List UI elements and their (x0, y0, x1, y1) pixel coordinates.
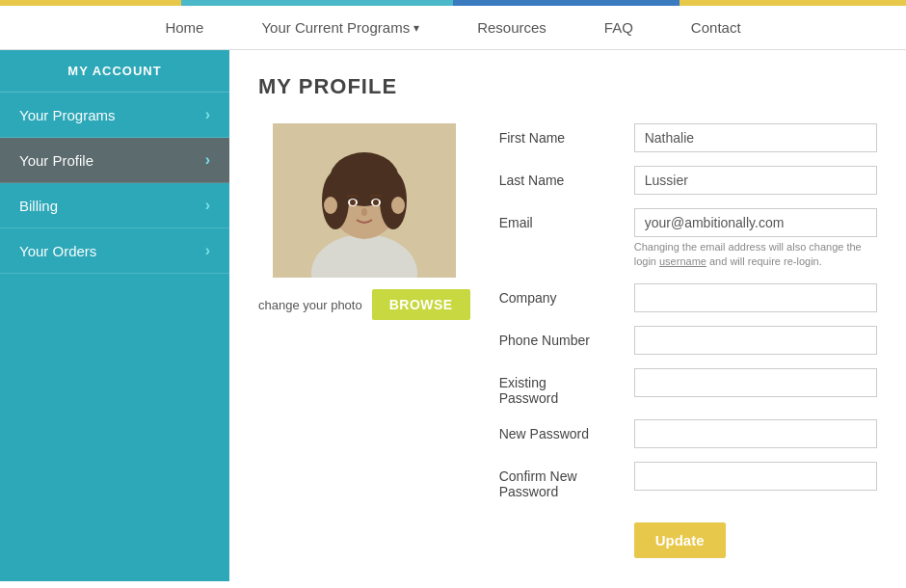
browse-button[interactable]: BROWSE (372, 289, 470, 320)
confirm-new-password-input[interactable] (634, 462, 877, 491)
profile-form: First Name Last Name Email (499, 123, 877, 564)
sidebar-item-your-programs-label: Your Programs (19, 107, 116, 123)
confirm-new-password-input-wrap (634, 462, 877, 491)
page-title: MY PROFILE (258, 74, 877, 99)
new-password-input[interactable] (634, 419, 877, 448)
chevron-down-icon: ▾ (413, 21, 419, 35)
sidebar-item-billing-label: Billing (19, 198, 58, 214)
last-name-label: Last Name (499, 166, 634, 188)
sidebar-item-billing[interactable]: Billing › (0, 183, 229, 228)
last-name-input-wrap (634, 166, 877, 195)
nav-faq[interactable]: FAQ (604, 19, 633, 36)
svg-point-9 (350, 200, 356, 205)
last-name-row: Last Name (499, 166, 877, 195)
company-input[interactable] (634, 283, 877, 312)
sidebar-header: MY ACCOUNT (0, 50, 229, 93)
main-nav: Home Your Current Programs ▾ Resources F… (0, 6, 906, 50)
first-name-input[interactable] (634, 123, 877, 152)
chevron-right-icon: › (205, 242, 210, 259)
new-password-input-wrap (634, 419, 877, 448)
first-name-row: First Name (499, 123, 877, 152)
phone-input-wrap (634, 326, 877, 355)
email-hint: Changing the email address will also cha… (634, 240, 877, 270)
confirm-new-password-row: Confirm NewPassword (499, 462, 877, 499)
last-name-input[interactable] (634, 166, 877, 195)
email-hint-username: username (659, 255, 706, 267)
nav-home[interactable]: Home (165, 19, 203, 36)
existing-password-input-wrap (634, 368, 877, 397)
sidebar-item-your-profile[interactable]: Your Profile › (0, 138, 229, 183)
chevron-right-icon: › (205, 197, 210, 214)
change-photo-row: change your photo BROWSE (258, 289, 470, 320)
first-name-label: First Name (499, 123, 634, 146)
svg-point-13 (391, 197, 405, 214)
company-label: Company (499, 283, 634, 306)
change-photo-label: change your photo (258, 298, 362, 312)
existing-password-row: ExistingPassword (499, 368, 877, 406)
email-input[interactable] (634, 208, 877, 237)
email-label: Email (499, 208, 634, 230)
chevron-right-icon: › (205, 106, 210, 123)
existing-password-input[interactable] (634, 368, 877, 397)
confirm-new-password-label: Confirm NewPassword (499, 462, 634, 499)
nav-your-current-programs[interactable]: Your Current Programs ▾ (261, 19, 419, 36)
email-row: Email Changing the email address will al… (499, 208, 877, 270)
nav-your-current-programs-label: Your Current Programs (261, 19, 410, 36)
existing-password-label: ExistingPassword (499, 368, 634, 406)
profile-photo-image (273, 123, 456, 278)
company-input-wrap (634, 283, 877, 312)
sidebar-item-your-orders[interactable]: Your Orders › (0, 228, 229, 274)
first-name-input-wrap (634, 123, 877, 152)
phone-number-row: Phone Number (499, 326, 877, 355)
nav-contact[interactable]: Contact (691, 19, 741, 36)
profile-photo (273, 123, 456, 278)
main-layout: MY ACCOUNT Your Programs › Your Profile … (0, 50, 906, 581)
new-password-label: New Password (499, 419, 634, 441)
update-label-spacer (499, 513, 634, 520)
content-area: MY PROFILE (229, 50, 906, 581)
update-row: Update (499, 513, 877, 558)
sidebar-item-your-programs[interactable]: Your Programs › (0, 93, 229, 138)
phone-number-label: Phone Number (499, 326, 634, 348)
company-row: Company (499, 283, 877, 312)
profile-section: change your photo BROWSE First Name Last… (258, 123, 877, 564)
sidebar: MY ACCOUNT Your Programs › Your Profile … (0, 50, 229, 581)
svg-point-11 (361, 208, 367, 216)
chevron-right-icon: › (205, 151, 210, 169)
svg-point-12 (324, 197, 337, 214)
nav-resources[interactable]: Resources (477, 19, 546, 36)
sidebar-item-your-orders-label: Your Orders (19, 243, 96, 259)
sidebar-item-your-profile-label: Your Profile (19, 152, 93, 169)
svg-point-10 (373, 200, 379, 205)
phone-input[interactable] (634, 326, 877, 355)
email-input-wrap: Changing the email address will also cha… (634, 208, 877, 270)
update-button[interactable]: Update (634, 522, 726, 558)
new-password-row: New Password (499, 419, 877, 448)
photo-area: change your photo BROWSE (258, 123, 470, 564)
update-button-wrap: Update (634, 513, 877, 558)
